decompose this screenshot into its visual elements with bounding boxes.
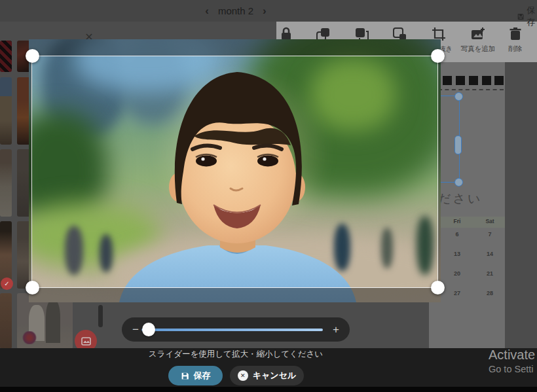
calendar-date: 21: [473, 270, 506, 277]
crop-dim-top: [29, 39, 441, 56]
zoom-slider-thumb[interactable]: [142, 323, 155, 336]
crop-handle-bottom-left[interactable]: [26, 281, 39, 294]
crop-photo-area[interactable]: [29, 39, 441, 302]
crop-handle-bottom-right[interactable]: [431, 281, 445, 294]
crop-editor-screen: ‹ month 2 › 保存: [0, 0, 537, 392]
next-month-icon[interactable]: ›: [263, 5, 267, 16]
thumbnail-person-white[interactable]: [0, 149, 12, 217]
cancel-button[interactable]: ✕ キャンセル: [230, 366, 304, 385]
photo-selected-badge: ✓: [1, 277, 13, 290]
bottom-edge: [0, 387, 537, 392]
delete-tool[interactable]: 削除: [498, 26, 532, 54]
save-button[interactable]: 保存: [168, 366, 223, 385]
film-square: [482, 76, 491, 85]
activate-watermark-line2: Go to Setti: [489, 364, 534, 374]
add-photo-icon: [470, 26, 487, 42]
calendar-header-fri: Fri: [441, 218, 473, 224]
add-photo-tool[interactable]: 写真を追加: [461, 26, 495, 54]
calendar-date: 6: [441, 231, 473, 238]
crop-rectangle[interactable]: [31, 56, 438, 288]
activate-watermark-line1: Activate: [489, 347, 535, 363]
cancel-button-label: キャンセル: [253, 370, 297, 382]
calendar-date: 7: [473, 231, 506, 238]
crop-handle-top-left[interactable]: [26, 49, 39, 63]
film-square: [443, 76, 452, 85]
thumbnail-man-closeup[interactable]: [0, 293, 12, 349]
calendar-date: 14: [473, 251, 506, 257]
month-title: month 2: [218, 5, 253, 16]
selection-handle-bottom[interactable]: [454, 178, 463, 187]
selection-handle-mid[interactable]: [454, 135, 462, 154]
zoom-slider-track[interactable]: [141, 329, 323, 332]
calendar-date: 27: [441, 290, 473, 296]
film-square: [469, 76, 478, 85]
thumbnail-landscape[interactable]: [0, 77, 12, 145]
month-navigation: ‹ month 2 ›: [196, 0, 275, 22]
topbar-save-button[interactable]: 保存: [517, 5, 537, 28]
calendar-date: 13: [441, 251, 473, 257]
sidebar-scrollbar[interactable]: [98, 305, 103, 327]
slider-instruction: スライダーを使用して拡大・縮小してください: [122, 349, 350, 360]
cancel-x-icon: ✕: [238, 370, 248, 381]
crop-dim-bottom: [29, 287, 441, 302]
trash-icon: [508, 26, 523, 42]
add-photo-label: 写真を追加: [461, 45, 496, 54]
crop-handle-top-right[interactable]: [431, 49, 445, 63]
save-button-label: 保存: [194, 370, 211, 382]
save-icon: [517, 12, 524, 22]
dashed-divider: [438, 89, 504, 90]
delete-label: 削除: [509, 45, 523, 54]
top-bar: ‹ month 2 › 保存: [0, 0, 537, 22]
calendar-date: 20: [441, 270, 473, 277]
calendar-date: 28: [473, 290, 506, 296]
thumbnail-plaid[interactable]: [0, 41, 12, 72]
zoom-slider: − +: [122, 317, 350, 342]
film-square: [456, 76, 465, 85]
image-icon: [81, 337, 91, 346]
save-icon: [181, 372, 189, 380]
selection-handle-top[interactable]: [454, 92, 463, 101]
prev-month-icon[interactable]: ‹: [205, 5, 209, 16]
zoom-in-button[interactable]: +: [328, 317, 344, 342]
page-hint-text: ださい: [438, 190, 482, 207]
topbar-save-label: 保存: [527, 5, 537, 28]
film-square: [494, 76, 504, 85]
calendar-header-sat: Sat: [473, 218, 506, 224]
